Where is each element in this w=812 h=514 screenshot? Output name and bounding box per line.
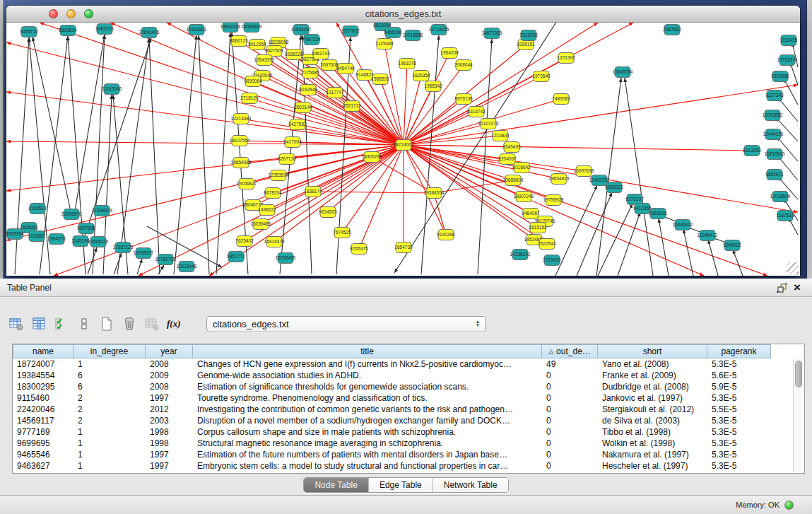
network-node[interactable]: 7674525 — [333, 228, 351, 238]
table-cell[interactable]: Corpus callosum shape and size in male p… — [193, 426, 542, 438]
column-header-name[interactable]: name — [13, 344, 73, 358]
network-node[interactable]: 19654923 — [549, 174, 570, 185]
table-row[interactable]: 969969511998Structural magnetic resonanc… — [13, 438, 804, 449]
table-cell[interactable]: 2009 — [146, 370, 193, 381]
network-node[interactable]: 10107473 — [478, 119, 499, 129]
network-node[interactable]: 7513058 — [519, 30, 538, 41]
network-node[interactable]: 19218586 — [403, 30, 423, 41]
column-header-title[interactable]: title — [193, 344, 542, 358]
network-node[interactable]: 1588520 — [371, 74, 389, 85]
delete-icon[interactable] — [120, 315, 139, 333]
network-node[interactable]: 15716485 — [276, 253, 296, 264]
table-cell[interactable]: 2 — [73, 415, 146, 426]
select-rows-icon[interactable] — [52, 315, 71, 333]
table-cell[interactable]: 0 — [542, 404, 598, 415]
network-node[interactable]: 3915394 — [6, 229, 24, 240]
table-cell[interactable]: 1997 — [146, 460, 193, 472]
table-cell[interactable]: Hescheler et al. (1997) — [598, 460, 707, 472]
network-node[interactable]: 1838174 — [304, 187, 322, 197]
tab-edge-table[interactable]: Edge Table — [368, 478, 433, 492]
network-node[interactable]: 1145194 — [72, 236, 90, 247]
table-cell[interactable]: Yano et al. (2008) — [598, 358, 707, 370]
network-node[interactable]: 16083809 — [242, 23, 262, 33]
table-cell[interactable]: 9463627 — [13, 460, 73, 472]
table-row[interactable]: 1872400712008Changes of HCN gene express… — [13, 358, 804, 370]
table-cell[interactable]: 19384554 — [13, 370, 73, 381]
network-node[interactable]: 2068044 — [454, 60, 473, 71]
table-select-dropdown[interactable]: citations_edges.txt ▲▼ — [206, 316, 486, 332]
network-node[interactable]: 8267130 — [278, 154, 296, 165]
table-cell[interactable]: 9115460 — [13, 392, 73, 404]
network-node[interactable]: 9417004 — [283, 137, 302, 148]
table-cell[interactable]: 0 — [542, 460, 598, 472]
network-node[interactable]: 8521712 — [343, 101, 361, 112]
table-cell[interactable]: Disruption of a novel member of a sodium… — [193, 415, 542, 426]
network-node[interactable]: 17957223 — [113, 243, 134, 253]
table-cell[interactable]: 5.3E-5 — [707, 415, 771, 426]
network-node[interactable]: 15322801 — [187, 25, 207, 35]
network-node[interactable]: 1733426 — [543, 255, 561, 266]
network-node[interactable]: 9227343 — [765, 90, 784, 101]
network-node[interactable]: 13505115 — [88, 237, 109, 247]
network-node[interactable]: 1394275 — [47, 234, 66, 245]
function-builder-icon[interactable]: f(x) — [165, 315, 184, 333]
table-cell[interactable]: Changes of HCN gene expression and I(f) … — [193, 358, 542, 370]
network-node[interactable]: 1527602 — [341, 26, 360, 37]
network-node[interactable]: 17016504 — [770, 192, 791, 202]
network-node[interactable]: 1210834 — [491, 131, 510, 141]
network-node[interactable]: 20206576 — [61, 209, 82, 220]
table-cell[interactable]: Tourette syndrome. Phenomenology and cla… — [193, 392, 542, 404]
table-row[interactable]: 911546021997Tourette syndrome. Phenomeno… — [13, 392, 804, 404]
table-row[interactable]: 1830029562008Estimation of significance … — [13, 381, 804, 392]
network-node[interactable]: 16648784 — [613, 67, 633, 78]
table-cell[interactable]: 18300295 — [13, 381, 73, 392]
table-row[interactable]: 977716911998Corpus callosum shape and si… — [13, 426, 804, 438]
network-node[interactable]: 8819834 — [59, 25, 77, 36]
table-row[interactable]: 946362711997Embryonic stem cells: a mode… — [13, 460, 804, 472]
hide-rows-icon[interactable] — [75, 315, 93, 333]
tab-network-table[interactable]: Network Table — [433, 478, 508, 492]
network-node[interactable]: 8016642 — [512, 163, 531, 173]
network-node[interactable]: 2067608 — [320, 60, 339, 71]
table-cell[interactable]: 0 — [542, 392, 598, 404]
table-cell[interactable]: 0 — [542, 381, 598, 392]
table-cell[interactable]: 22420046 — [13, 404, 73, 415]
network-node[interactable]: 16914479 — [264, 237, 285, 247]
network-node[interactable]: 1167533 — [777, 211, 794, 221]
table-cell[interactable]: 2008 — [146, 381, 193, 392]
network-node[interactable]: 1954209 — [440, 48, 459, 59]
resize-grip[interactable] — [787, 262, 799, 274]
network-node[interactable]: 9890064 — [244, 76, 262, 87]
network-node[interactable]: 16782753 — [155, 255, 176, 265]
network-node[interactable]: 9242848 — [299, 85, 317, 95]
network-node[interactable]: 1654739 — [394, 243, 413, 253]
table-cell[interactable]: Structural magnetic resonance image aver… — [193, 438, 542, 449]
network-node[interactable]: 18300295 — [362, 152, 382, 163]
table-cell[interactable]: 1998 — [146, 438, 193, 449]
table-cell[interactable]: 9465546 — [13, 449, 73, 460]
table-cell[interactable]: 0 — [542, 449, 598, 460]
network-node[interactable]: 2803144 — [294, 103, 312, 113]
close-icon[interactable]: × — [789, 281, 805, 295]
network-node[interactable]: 1961078 — [398, 59, 416, 69]
network-node[interactable]: 12093882 — [763, 110, 783, 121]
network-node[interactable]: 18907249 — [514, 192, 534, 202]
table-cell[interactable]: 1997 — [146, 449, 193, 460]
network-canvas[interactable]: 1872400786601238912954182260589827509818… — [6, 23, 800, 276]
network-node[interactable]: 12213383 — [231, 114, 252, 124]
table-cell[interactable]: Tibbo et al. (1998) — [598, 426, 707, 438]
network-window[interactable]: citations_edges.txt 18724007866012389129… — [6, 6, 800, 276]
network-node[interactable]: 7957224 — [302, 35, 321, 45]
float-window-icon[interactable] — [774, 281, 789, 295]
table-cell[interactable]: Wolkin et al. (1998) — [598, 438, 707, 449]
network-node[interactable]: 9462210 — [95, 24, 114, 35]
network-node[interactable]: 9361518 — [649, 209, 667, 219]
table-cell[interactable]: 9699695 — [13, 438, 73, 449]
network-node[interactable]: 8678334 — [264, 188, 282, 199]
network-node[interactable]: 10688609 — [503, 175, 524, 186]
table-cell[interactable]: 5.3E-5 — [707, 460, 771, 472]
table-cell[interactable]: 6 — [73, 370, 146, 381]
table-settings-icon[interactable] — [7, 315, 25, 333]
network-node[interactable]: 2087652 — [663, 25, 681, 35]
table-cell[interactable]: 1998 — [146, 426, 193, 438]
